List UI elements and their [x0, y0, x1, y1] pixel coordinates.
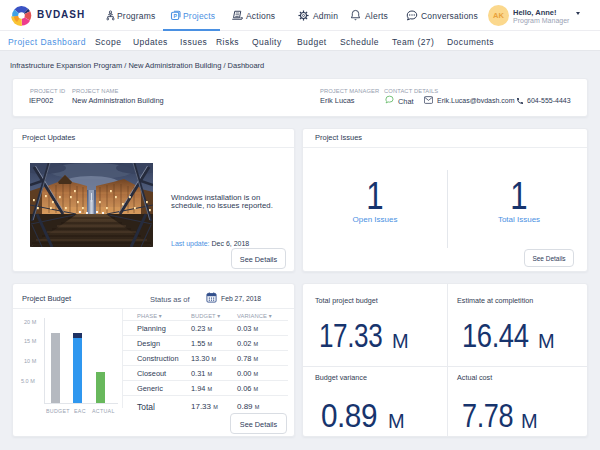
svg-text:P: P — [173, 13, 177, 19]
